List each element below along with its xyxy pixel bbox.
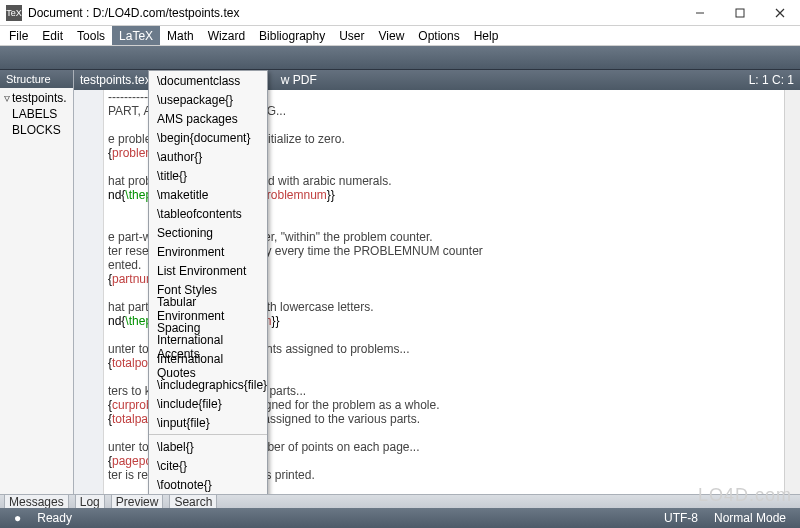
line-gutter: 3132333435 36 xyxy=(74,90,104,494)
menu-option[interactable]: \begin{document} xyxy=(149,128,267,147)
menu-option[interactable]: Tabular Environment xyxy=(149,299,267,318)
menu-option[interactable]: \author{} xyxy=(149,147,267,166)
structure-panel: Structure ▿ testpoints. LABELS BLOCKS xyxy=(0,70,74,494)
toolbar xyxy=(0,46,800,70)
menu-tools[interactable]: Tools xyxy=(70,26,112,45)
menu-user[interactable]: User xyxy=(332,26,371,45)
menu-wizard[interactable]: Wizard xyxy=(201,26,252,45)
tree-item-root[interactable]: ▿ testpoints. xyxy=(2,90,71,106)
menu-option[interactable]: \footnote{} xyxy=(149,475,267,494)
cursor-position: L: 1 C: 1 xyxy=(749,73,794,87)
menu-option[interactable]: \documentclass xyxy=(149,71,267,90)
menu-option[interactable]: \title{} xyxy=(149,166,267,185)
status-bar: ● Ready UTF-8 Normal Mode xyxy=(0,508,800,528)
menu-option[interactable]: List Environment xyxy=(149,261,267,280)
minimize-button[interactable] xyxy=(680,0,720,25)
menu-latex[interactable]: LaTeX xyxy=(112,26,160,45)
menu-option[interactable]: Sectioning xyxy=(149,223,267,242)
watermark: LO4D.com xyxy=(698,485,792,506)
scrollbar-vertical[interactable] xyxy=(784,90,800,494)
menu-bibliography[interactable]: Bibliography xyxy=(252,26,332,45)
menu-edit[interactable]: Edit xyxy=(35,26,70,45)
menu-option[interactable]: \maketitle xyxy=(149,185,267,204)
menu-view[interactable]: View xyxy=(372,26,412,45)
menu-option[interactable]: AMS packages xyxy=(149,109,267,128)
menu-option[interactable]: \usepackage{} xyxy=(149,90,267,109)
structure-tree[interactable]: ▿ testpoints. LABELS BLOCKS xyxy=(0,88,73,140)
app-icon: TeX xyxy=(6,5,22,21)
center-area: \documentclass\usepackage{}AMS packages\… xyxy=(74,70,800,494)
structure-header: Structure xyxy=(0,70,73,88)
menu-option[interactable]: \include{file} xyxy=(149,394,267,413)
menu-option[interactable]: Environment xyxy=(149,242,267,261)
close-button[interactable] xyxy=(760,0,800,25)
menu-options[interactable]: Options xyxy=(411,26,466,45)
main-area: Structure ▿ testpoints. LABELS BLOCKS \d… xyxy=(0,70,800,494)
menubar: FileEditToolsLaTeXMathWizardBibliography… xyxy=(0,26,800,46)
latex-menu-dropdown[interactable]: \documentclass\usepackage{}AMS packages\… xyxy=(148,70,268,494)
tab-pdf[interactable]: w PDF xyxy=(281,73,317,87)
menu-option[interactable]: International Quotes xyxy=(149,356,267,375)
status-encoding: UTF-8 xyxy=(656,511,706,525)
menu-help[interactable]: Help xyxy=(467,26,506,45)
window-title: Document : D:/LO4D.com/testpoints.tex xyxy=(28,6,680,20)
maximize-button[interactable] xyxy=(720,0,760,25)
bottom-tabs: MessagesLogPreviewSearch xyxy=(0,494,800,508)
menu-option[interactable]: \cite{} xyxy=(149,456,267,475)
twisty-icon[interactable]: ▿ xyxy=(2,91,12,105)
menu-option[interactable]: \label{} xyxy=(149,437,267,456)
svg-rect-0 xyxy=(736,9,744,17)
status-mode: Normal Mode xyxy=(706,511,794,525)
status-msg: Ready xyxy=(29,511,80,525)
menu-file[interactable]: File xyxy=(2,26,35,45)
menu-option[interactable]: \tableofcontents xyxy=(149,204,267,223)
titlebar: TeX Document : D:/LO4D.com/testpoints.te… xyxy=(0,0,800,26)
status-bullet: ● xyxy=(6,511,29,525)
tree-item[interactable]: LABELS xyxy=(2,106,71,122)
tree-item-label: testpoints. xyxy=(12,91,67,105)
tree-item[interactable]: BLOCKS xyxy=(2,122,71,138)
menu-option[interactable]: \input{file} xyxy=(149,413,267,432)
menu-option[interactable]: \includegraphics{file} xyxy=(149,375,267,394)
menu-math[interactable]: Math xyxy=(160,26,201,45)
tab-document[interactable]: testpoints.tex xyxy=(80,73,151,87)
